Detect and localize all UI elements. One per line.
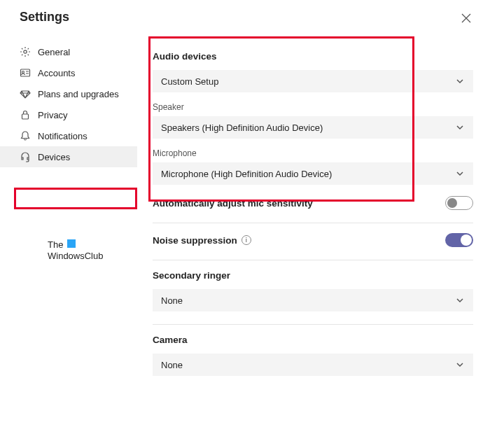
- bell-icon: [20, 130, 31, 141]
- sidebar-item-label: Notifications: [38, 131, 88, 141]
- page-title: Settings: [0, 0, 490, 24]
- sidebar-item-general[interactable]: General: [0, 41, 137, 62]
- sidebar-item-accounts[interactable]: Accounts: [0, 62, 137, 83]
- microphone-label: Microphone: [153, 148, 473, 158]
- chevron-down-icon: [455, 169, 465, 178]
- camera-dropdown[interactable]: None: [153, 354, 473, 376]
- speaker-value: Speakers (High Definition Audio Device): [161, 122, 323, 133]
- divider: [153, 324, 473, 325]
- speaker-dropdown[interactable]: Speakers (High Definition Audio Device): [153, 116, 473, 139]
- svg-rect-3: [22, 114, 29, 119]
- sidebar-item-notifications[interactable]: Notifications: [0, 125, 137, 146]
- watermark-line2: WindowsClub: [48, 251, 103, 261]
- noise-suppression-label: Noise suppression: [153, 235, 237, 246]
- id-card-icon: [20, 67, 31, 78]
- noise-suppression-toggle[interactable]: [445, 233, 473, 247]
- chevron-down-icon: [455, 360, 465, 370]
- secondary-ringer-heading: Secondary ringer: [153, 270, 473, 281]
- audio-devices-heading: Audio devices: [153, 51, 473, 62]
- svg-point-2: [22, 71, 24, 74]
- audio-profile-value: Custom Setup: [161, 76, 218, 87]
- sidebar-item-label: Privacy: [38, 110, 68, 120]
- chevron-down-icon: [455, 76, 465, 86]
- secondary-ringer-value: None: [161, 295, 183, 306]
- audio-profile-dropdown[interactable]: Custom Setup: [153, 70, 473, 92]
- sidebar-item-plans[interactable]: Plans and upgrades: [0, 83, 137, 104]
- microphone-value: Microphone (High Definition Audio Device…: [161, 169, 332, 179]
- watermark-line1: The: [48, 239, 63, 250]
- sidebar: General Accounts Plans and upgrades Priv…: [0, 41, 137, 376]
- headset-icon: [20, 151, 31, 162]
- svg-point-0: [24, 50, 27, 53]
- sidebar-item-label: Devices: [38, 152, 70, 162]
- microphone-dropdown[interactable]: Microphone (High Definition Audio Device…: [153, 162, 473, 185]
- chevron-down-icon: [455, 122, 465, 132]
- camera-value: None: [161, 360, 183, 370]
- chevron-down-icon: [455, 295, 465, 305]
- divider: [153, 260, 473, 260]
- diamond-icon: [20, 88, 31, 99]
- auto-mic-toggle[interactable]: [445, 196, 473, 210]
- sidebar-item-label: Accounts: [38, 68, 75, 78]
- camera-heading: Camera: [153, 335, 473, 345]
- watermark-logo-icon: [67, 239, 76, 248]
- divider: [153, 223, 473, 223]
- lock-icon: [20, 109, 31, 120]
- secondary-ringer-dropdown[interactable]: None: [153, 289, 473, 312]
- sidebar-item-label: Plans and upgrades: [38, 89, 119, 99]
- speaker-label: Speaker: [153, 102, 473, 112]
- sidebar-item-devices[interactable]: Devices: [0, 146, 137, 167]
- auto-mic-label: Automatically adjust mic sensitivity: [153, 198, 313, 209]
- gear-icon: [20, 46, 31, 57]
- info-icon[interactable]: i: [241, 235, 251, 245]
- close-button[interactable]: [461, 13, 472, 24]
- sidebar-item-label: General: [38, 47, 70, 57]
- watermark: The WindowsClub: [48, 239, 103, 262]
- sidebar-item-privacy[interactable]: Privacy: [0, 104, 137, 125]
